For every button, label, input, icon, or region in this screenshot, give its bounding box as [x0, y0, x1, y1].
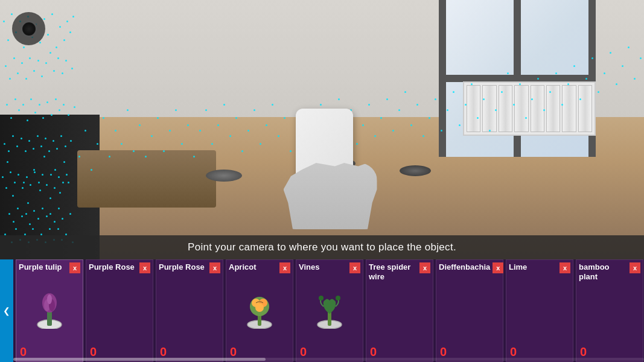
item-close-btn-bamboo-plant[interactable]: x [630, 262, 640, 273]
item-image-vines [299, 275, 360, 344]
item-image-apricot [229, 275, 290, 344]
radiator-fin [482, 85, 496, 132]
phone-hand-illustration [284, 109, 380, 229]
nav-left-arrow[interactable] [0, 259, 13, 362]
instruction-text: Point your camera to where you want to p… [188, 241, 456, 253]
item-close-btn-tree-spider-wire[interactable]: x [419, 262, 430, 273]
item-close-btn-dieffenbachia[interactable]: x [493, 262, 503, 273]
item-image-lime [509, 275, 570, 344]
item-image-dieffenbachia [439, 275, 500, 344]
ar-scene: Point your camera to where you want to p… [0, 0, 644, 259]
item-count-vines: 0 [299, 345, 360, 359]
item-name-purple-rose-2: Purple Rose [159, 262, 207, 272]
item-count-purple-tulip: 0 [19, 345, 80, 359]
item-header: Dieffenbachiax [439, 262, 500, 273]
strip-scrollbar [13, 358, 644, 361]
instruction-banner: Point your camera to where you want to p… [0, 235, 644, 259]
item-header: bamboo plantx [579, 262, 640, 281]
item-close-btn-lime[interactable]: x [560, 262, 570, 273]
item-header: Vinesx [299, 262, 360, 273]
items-container: Purple tulipx 0Purple Rosex0Purple Rosex… [13, 259, 644, 362]
item-name-vines: Vines [299, 262, 347, 272]
strip-scrollbar-thumb[interactable] [13, 358, 266, 361]
camera-icon [12, 12, 45, 45]
item-card-purple-tulip[interactable]: Purple tulipx 0 [16, 259, 83, 362]
radiator [463, 81, 596, 136]
radiator-fin [499, 85, 512, 132]
item-name-apricot: Apricot [229, 262, 277, 272]
item-card-tree-spider-wire[interactable]: Tree spider wirex0 [366, 259, 433, 362]
radiator-fin [467, 85, 480, 132]
item-close-btn-purple-rose-1[interactable]: x [139, 262, 150, 273]
item-count-tree-spider-wire: 0 [369, 345, 430, 359]
item-image-bamboo-plant [579, 282, 640, 344]
item-count-purple-rose-1: 0 [89, 345, 150, 359]
item-card-apricot[interactable]: Apricotx 0 [226, 259, 293, 362]
item-name-lime: Lime [509, 262, 557, 272]
table-furniture [77, 150, 216, 208]
item-count-bamboo-plant: 0 [579, 345, 640, 359]
item-image-purple-rose-2 [159, 275, 220, 344]
svg-point-11 [255, 303, 264, 312]
radiator-fin [514, 85, 528, 132]
item-card-purple-rose-1[interactable]: Purple Rosex0 [86, 259, 153, 362]
radiator-fin [578, 85, 592, 132]
item-name-purple-rose-1: Purple Rose [89, 262, 137, 272]
item-card-purple-rose-2[interactable]: Purple Rosex0 [156, 259, 223, 362]
item-count-lime: 0 [509, 345, 570, 359]
radiator-fin [562, 85, 576, 132]
item-header: Purple Rosex [89, 262, 150, 273]
item-header: Limex [509, 262, 570, 273]
item-close-btn-purple-rose-2[interactable]: x [209, 262, 220, 273]
svg-point-14 [319, 296, 324, 300]
item-name-tree-spider-wire: Tree spider wire [369, 262, 417, 281]
item-name-dieffenbachia: Dieffenbachia [439, 262, 490, 272]
item-header: Purple tulipx [19, 262, 80, 273]
item-card-vines[interactable]: Vinesx 0 [296, 259, 363, 362]
item-close-btn-apricot[interactable]: x [279, 262, 290, 273]
item-card-lime[interactable]: Limex0 [506, 259, 573, 362]
item-close-btn-vines[interactable]: x [349, 262, 360, 273]
item-name-purple-tulip: Purple tulip [19, 262, 67, 272]
item-count-purple-rose-2: 0 [159, 345, 220, 359]
hand-silhouette [284, 163, 377, 229]
item-card-dieffenbachia[interactable]: Dieffenbachiax0 [436, 259, 503, 362]
item-header: Tree spider wirex [369, 262, 430, 281]
item-count-dieffenbachia: 0 [439, 345, 500, 359]
radiator-fin [546, 85, 560, 132]
svg-point-15 [336, 296, 340, 300]
items-strip: Purple tulipx 0Purple Rosex0Purple Rosex… [0, 259, 644, 362]
item-header: Purple Rosex [159, 262, 220, 273]
item-header: Apricotx [229, 262, 290, 273]
item-count-apricot: 0 [229, 345, 290, 359]
app: Point your camera to where you want to p… [0, 0, 644, 362]
item-card-bamboo-plant[interactable]: bamboo plantx0 [576, 259, 643, 362]
item-image-purple-tulip [19, 275, 80, 344]
item-close-btn-purple-tulip[interactable]: x [69, 262, 80, 273]
radiator-fin [531, 85, 544, 132]
camera-lens [21, 21, 37, 37]
item-image-purple-rose-1 [89, 275, 150, 344]
item-image-tree-spider-wire [369, 282, 430, 344]
svg-point-5 [47, 294, 52, 304]
item-name-bamboo-plant: bamboo plant [579, 262, 627, 281]
